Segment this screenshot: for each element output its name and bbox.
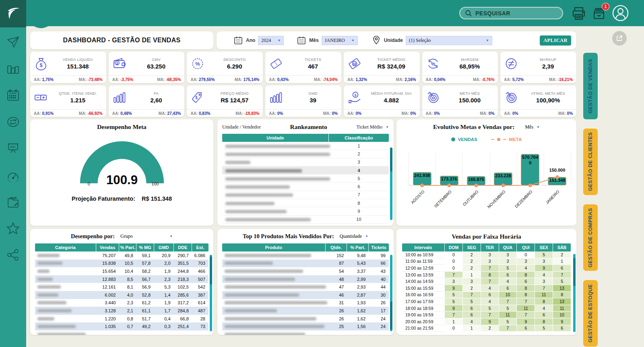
tab-gestao-de-vendas[interactable]: GESTÃO DE VENDAS [583, 53, 598, 119]
table-row[interactable]: 261,6224 [222, 315, 389, 323]
table-row[interactable]: 15:00 as 15:5992468713 [402, 285, 571, 292]
heat-value: 8 [481, 272, 499, 278]
sidebar-item-send[interactable] [6, 35, 21, 50]
unit-dropdown[interactable]: (1) Seleção▼ [406, 36, 492, 45]
table-row[interactable]: 21:00 as 21:590127656 [402, 325, 571, 332]
tab-gestao-de-clientes[interactable]: GESTÃO DE CLIENTES [583, 129, 598, 195]
performance-dropdown[interactable]: Grupo▼ [120, 233, 173, 239]
cell-value: 4,0 [119, 293, 136, 297]
cell-value: 0,3 [154, 324, 173, 329]
table-row[interactable]: 261,6217 [222, 307, 389, 315]
legend-meta[interactable]: META [491, 137, 522, 142]
gauge-value: 100.9 [106, 173, 137, 187]
top10-title: Top 10 Produtos Mais Vendidos Por: [243, 233, 334, 240]
top10-scrollbar[interactable] [390, 255, 392, 331]
table-row[interactable]: 20:00 as 20:591495989 [402, 318, 571, 325]
year-dropdown[interactable]: 2024▼ [258, 36, 284, 45]
sidebar-item-star[interactable] [6, 222, 21, 237]
ranking-metric-dropdown[interactable]: Ticket Médio▼ [357, 124, 389, 130]
heat-value: 4 [462, 318, 481, 325]
heat-value: 3 [481, 251, 499, 258]
heatmap-scrollbar[interactable] [573, 254, 576, 332]
ranking-scrollbar[interactable] [390, 148, 392, 220]
kpi-value: 63.250 [147, 63, 165, 70]
table-row[interactable]: 11:00 as 11:590233331 [402, 258, 571, 265]
table-row[interactable]: 16:00 as 16:59576108118 [402, 292, 571, 299]
sidebar-item-speedometer[interactable] [6, 168, 21, 183]
table-row[interactable]: 311,9326 [222, 299, 389, 307]
ranking-dimension-toggle[interactable]: Unidade / Vendedor [222, 124, 261, 130]
table-row[interactable]: 19:00 as 19:59767117610 [402, 312, 571, 318]
performance-scrollbar[interactable] [210, 255, 212, 331]
table-row[interactable]: 1.2200,851,70,466,828 [35, 315, 208, 323]
sidebar-item-sync[interactable] [6, 115, 21, 130]
table-row[interactable]: 10 [222, 216, 389, 224]
table-row[interactable]: 1529,4899 [222, 251, 389, 260]
heat-value: 6 [499, 272, 517, 278]
table-row[interactable]: 15.83810,557,82,0351,5703 [35, 260, 208, 268]
table-row[interactable]: 13:00 as 13:597186847 [402, 272, 571, 278]
table-row[interactable]: 6.0024,052,81,4285,6387 [35, 291, 208, 299]
table-row[interactable]: 3.4402,361,21,9317,2614 [35, 299, 208, 307]
vendas-bar-label: 233.228 [488, 173, 518, 178]
table-row[interactable]: 12.8838,556,72,3218,3507 [35, 275, 208, 283]
table-row[interactable]: 1.0350,749,20,3251,473 [35, 322, 208, 330]
table-row[interactable]: 15.65410,458,21,9244,8466 [35, 267, 208, 275]
app-logo[interactable] [0, 0, 26, 27]
legend-vendas[interactable]: VENDAS [451, 137, 477, 142]
share-icon [6, 248, 20, 264]
heat-value: 5 [553, 278, 571, 285]
apply-button[interactable]: APLICAR [540, 35, 571, 46]
sidebar-item-share[interactable] [6, 248, 21, 263]
table-row[interactable]: 472,9344 [222, 283, 389, 291]
table-row[interactable]: 18:00 as 18:59965511411 [402, 305, 571, 312]
table-row[interactable]: 12.1618,156,95,3102,5542 [35, 283, 208, 291]
table-row[interactable]: 17:00 as 17:5955477813 [402, 298, 571, 305]
table-row[interactable]: 462,8730 [222, 291, 389, 299]
cell-value: 10,4 [119, 269, 136, 274]
table-row[interactable]: 10:00 as 10:590233052 [402, 251, 571, 258]
table-row[interactable]: 4 [222, 166, 389, 175]
sidebar-item-calendar[interactable] [6, 89, 21, 104]
table-row[interactable]: 75.20749,859,120,9290,76.086 [35, 251, 208, 260]
cell-value: 317,2 [174, 300, 192, 305]
table-row[interactable]: 2 [222, 150, 389, 158]
blurred-unit-name [225, 169, 302, 172]
sidebar-item-podium[interactable] [6, 62, 21, 77]
table-row[interactable]: 14:00 as 14:593374635 [402, 278, 571, 285]
kpi-value: 2,60 [150, 97, 162, 104]
table-row[interactable]: 1 [222, 142, 389, 150]
search-box[interactable] [459, 7, 563, 19]
table-row[interactable]: 8 [222, 199, 389, 207]
evolution-dropdown[interactable]: Mês▼ [525, 124, 540, 130]
month-dropdown[interactable]: JANEIRO▼ [322, 36, 358, 45]
table-row[interactable]: 9 [222, 207, 389, 215]
sidebar-item-presentation[interactable]: ABC [6, 142, 21, 157]
table-row[interactable]: 3 [222, 158, 389, 166]
tab-gestao-de-compras[interactable]: GESTÃO DE COMPRAS [583, 204, 598, 271]
table-row[interactable] [222, 330, 389, 335]
heat-value: 1 [553, 258, 571, 265]
table-row[interactable]: 5 [222, 175, 389, 183]
table-row[interactable]: 6 [222, 183, 389, 191]
archive-button[interactable]: 1 [591, 6, 607, 22]
performance-by-group-panel: Desempenho por: Grupo▼ CategoriaVendas% … [30, 229, 213, 335]
heat-value: 8 [516, 292, 535, 299]
logo-swoosh-icon [6, 6, 21, 21]
tab-gestao-de-estoque[interactable]: GESTÃO DE ESTOQUE [583, 280, 598, 347]
print-button[interactable] [571, 6, 587, 22]
user-avatar[interactable] [612, 4, 629, 22]
blurred-category-name [37, 317, 54, 320]
table-row[interactable]: 543,3743 [222, 267, 389, 275]
table-row[interactable]: 12:00 as 12:590275496 [402, 265, 571, 272]
table-row[interactable]: 875,4366 [222, 260, 389, 268]
sidebar-item-folder[interactable] [6, 195, 21, 210]
table-row[interactable]: 7 [222, 191, 389, 199]
open-external-button[interactable] [612, 31, 627, 46]
table-row[interactable] [35, 330, 208, 335]
table-row[interactable]: 3.1282,161,11,7284,8487 [35, 307, 208, 315]
table-row[interactable]: 482,9940 [222, 275, 389, 283]
search-input[interactable] [475, 10, 552, 17]
top10-dropdown[interactable]: Quantidade▼ [340, 233, 368, 239]
table-row[interactable]: 251,5624 [222, 322, 389, 330]
